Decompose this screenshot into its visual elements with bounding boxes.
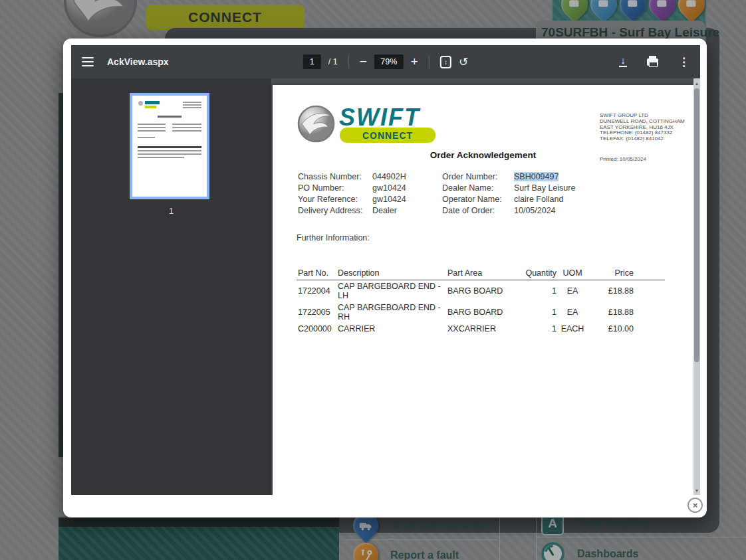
pdf-document-title: AckView.aspx bbox=[107, 56, 169, 67]
fit-to-page-icon[interactable]: ↕ bbox=[440, 56, 451, 68]
more-options-icon[interactable]: ⋮ bbox=[678, 55, 689, 69]
pdf-modal-dialog: AckView.aspx / 1 − + ↕ ↺ ↓ bbox=[63, 39, 707, 517]
zoom-level-input[interactable] bbox=[374, 54, 404, 69]
swift-bird-logo bbox=[297, 105, 335, 143]
toolbar-separator bbox=[348, 55, 349, 68]
zoom-in-button[interactable]: + bbox=[411, 55, 418, 68]
page-count-label: / 1 bbox=[328, 57, 338, 66]
pdf-toolbar: AckView.aspx / 1 − + ↕ ↺ ↓ bbox=[71, 45, 700, 78]
parts-table: Part No. Description Part Area Quantity … bbox=[297, 268, 665, 335]
zoom-out-button[interactable]: − bbox=[360, 55, 367, 68]
pdf-body: 1 SWIFT CONNECT SWIFT GROUP LTD bbox=[71, 78, 700, 495]
further-information-label: Further Information: bbox=[297, 233, 370, 242]
print-icon[interactable] bbox=[647, 58, 658, 66]
table-row: 1722005 CAP BARGEBOARD END - RH BARG BOA… bbox=[297, 302, 665, 323]
page-thumbnail[interactable] bbox=[130, 93, 209, 199]
table-row: C200000 CARRIER XXCARRIER 1 EACH £10.00 bbox=[297, 323, 665, 335]
thumbnail-sidebar: 1 bbox=[71, 78, 271, 495]
scrollbar-thumb[interactable] bbox=[694, 88, 699, 362]
scroll-up-icon[interactable]: ▲ bbox=[693, 78, 700, 88]
page-number-input[interactable] bbox=[303, 54, 321, 69]
pdf-viewer: AckView.aspx / 1 − + ↕ ↺ ↓ bbox=[71, 45, 700, 495]
company-address: SWIFT GROUP LTD DUNSWELL ROAD, COTTINGHA… bbox=[600, 113, 685, 142]
thumbnail-page-number: 1 bbox=[71, 206, 271, 216]
close-modal-button[interactable]: × bbox=[687, 498, 703, 513]
scroll-down-icon[interactable]: ▼ bbox=[693, 486, 700, 495]
document-page: SWIFT CONNECT SWIFT GROUP LTD DUNSWELL R… bbox=[273, 85, 693, 495]
document-title: Order Acknowledgement bbox=[273, 150, 693, 160]
application-window: CONNECT 70SURFBH - Surf Bay Leisure Trac… bbox=[0, 0, 746, 560]
connect-badge: CONNECT bbox=[340, 128, 435, 143]
selected-order-number: SBH009497 bbox=[514, 172, 559, 181]
pdf-scrollbar[interactable]: ▲ ▼ bbox=[693, 78, 700, 495]
table-row: 1722004 CAP BARGEBOARD END - LH BARG BOA… bbox=[297, 280, 665, 302]
pdf-page-area: SWIFT CONNECT SWIFT GROUP LTD DUNSWELL R… bbox=[271, 78, 700, 495]
download-icon[interactable]: ↓ bbox=[619, 57, 627, 67]
table-header-row: Part No. Description Part Area Quantity … bbox=[297, 268, 665, 280]
rotate-icon[interactable]: ↺ bbox=[459, 55, 468, 69]
toolbar-separator bbox=[429, 55, 430, 68]
menu-icon[interactable] bbox=[82, 57, 94, 66]
